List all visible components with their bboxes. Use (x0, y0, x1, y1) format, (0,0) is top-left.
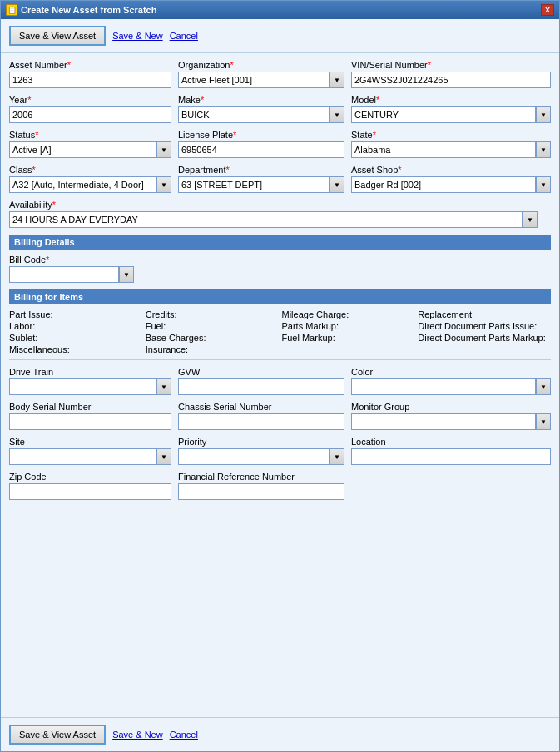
cancel-button-bottom[interactable]: Cancel (170, 730, 198, 740)
row-site: Site ▼ Priority ▼ Location (9, 437, 551, 465)
state-select-wrapper: ▼ (351, 141, 551, 158)
class-dropdown-btn[interactable]: ▼ (156, 176, 171, 193)
asset-shop-input[interactable] (351, 176, 536, 193)
department-dropdown-btn[interactable]: ▼ (330, 176, 344, 193)
billing-replacement: Replacement: (418, 309, 551, 319)
location-label: Location (351, 437, 551, 447)
monitor-group-input[interactable] (351, 413, 536, 430)
location-input[interactable] (351, 448, 551, 465)
asset-number-field: Asset Number* (9, 60, 171, 88)
department-input[interactable] (178, 176, 330, 193)
asset-number-label: Asset Number* (9, 60, 171, 70)
site-input[interactable] (9, 448, 156, 465)
bill-code-dropdown-btn[interactable]: ▼ (119, 266, 134, 283)
billing-base-charges: Base Charges: (146, 333, 279, 343)
asset-number-input[interactable] (9, 72, 171, 88)
state-input[interactable] (351, 141, 536, 158)
monitor-group-field: Monitor Group ▼ (351, 402, 551, 430)
asset-shop-label: Asset Shop* (351, 165, 551, 175)
row-drive: Drive Train ▼ GVW Color ▼ (9, 367, 551, 395)
license-input[interactable] (178, 141, 344, 158)
site-dropdown-btn[interactable]: ▼ (156, 448, 171, 465)
financial-ref-input[interactable] (178, 483, 344, 500)
zip-code-label: Zip Code (9, 472, 171, 482)
billing-empty1 (282, 344, 415, 354)
make-dropdown-btn[interactable]: ▼ (330, 106, 344, 123)
license-field: License Plate* (178, 130, 344, 158)
organization-dropdown-btn[interactable]: ▼ (330, 72, 344, 88)
make-input[interactable] (178, 106, 330, 123)
row-2: Year* Make* ▼ Model* ▼ (9, 95, 551, 123)
row-1: Asset Number* Organization* ▼ VIN/Serial… (9, 60, 551, 88)
location-field: Location (351, 437, 551, 465)
status-label: Status* (9, 130, 171, 140)
billing-insurance: Insurance: (146, 344, 279, 354)
make-field: Make* ▼ (178, 95, 344, 123)
drive-train-field: Drive Train ▼ (9, 367, 171, 395)
class-select-wrapper: ▼ (9, 176, 171, 193)
state-field: State* ▼ (351, 130, 551, 158)
cancel-button-top[interactable]: Cancel (170, 31, 198, 41)
billing-direct-doc-parts-issue: Direct Document Parts Issue: (418, 321, 551, 331)
bill-code-row: Bill Code* ▼ (9, 255, 551, 283)
form-content: Asset Number* Organization* ▼ VIN/Serial… (1, 53, 559, 717)
main-window: 📋 Create New Asset from Scratch X Save &… (0, 0, 560, 752)
class-field: Class* ▼ (9, 165, 171, 193)
department-select-wrapper: ▼ (178, 176, 344, 193)
body-serial-input[interactable] (9, 413, 171, 430)
availability-dropdown-btn[interactable]: ▼ (523, 211, 538, 228)
vin-field: VIN/Serial Number* (351, 60, 551, 88)
organization-label: Organization* (178, 60, 344, 70)
make-select-wrapper: ▼ (178, 106, 344, 123)
gvw-input[interactable] (178, 378, 344, 395)
billing-mileage: Mileage Charge: (282, 309, 415, 319)
save-new-button[interactable]: Save & New (112, 31, 163, 41)
priority-field: Priority ▼ (178, 437, 344, 465)
zip-code-input[interactable] (9, 483, 171, 500)
save-view-button-bottom[interactable]: Save & View Asset (9, 725, 106, 745)
bill-code-field: Bill Code* ▼ (9, 255, 134, 283)
color-field: Color ▼ (351, 367, 551, 395)
bill-code-input[interactable] (9, 266, 119, 283)
bill-code-label: Bill Code* (9, 255, 134, 265)
year-input[interactable] (9, 106, 171, 123)
make-label: Make* (178, 95, 344, 105)
color-input[interactable] (351, 378, 536, 395)
class-input[interactable] (9, 176, 156, 193)
availability-field: Availability* ▼ (9, 200, 538, 228)
priority-input[interactable] (178, 448, 330, 465)
monitor-group-select-wrapper: ▼ (351, 413, 551, 430)
save-new-button-bottom[interactable]: Save & New (112, 730, 163, 740)
state-dropdown-btn[interactable]: ▼ (536, 141, 551, 158)
billing-empty2 (418, 344, 551, 354)
close-button[interactable]: X (541, 4, 554, 16)
save-view-button[interactable]: Save & View Asset (9, 26, 106, 46)
priority-dropdown-btn[interactable]: ▼ (330, 448, 344, 465)
monitor-group-dropdown-btn[interactable]: ▼ (536, 413, 551, 430)
row-4: Class* ▼ Department* ▼ Asset Shop* (9, 165, 551, 193)
organization-input[interactable] (178, 72, 330, 88)
status-input[interactable] (9, 141, 156, 158)
billing-items-header: Billing for Items (9, 289, 551, 304)
color-label: Color (351, 367, 551, 377)
availability-input[interactable] (9, 211, 523, 228)
organization-select-wrapper: ▼ (178, 72, 344, 88)
billing-items-grid: Part Issue: Credits: Mileage Charge: Rep… (9, 309, 551, 360)
chassis-serial-input[interactable] (178, 413, 344, 430)
year-label: Year* (9, 95, 171, 105)
site-select-wrapper: ▼ (9, 448, 171, 465)
vin-input[interactable] (351, 72, 551, 88)
status-field: Status* ▼ (9, 130, 171, 158)
color-dropdown-btn[interactable]: ▼ (536, 378, 551, 395)
model-input[interactable] (351, 106, 536, 123)
drive-train-input[interactable] (9, 378, 156, 395)
license-label: License Plate* (178, 130, 344, 140)
site-label: Site (9, 437, 171, 447)
asset-shop-dropdown-btn[interactable]: ▼ (536, 176, 551, 193)
billing-parts-markup: Parts Markup: (282, 321, 415, 331)
drive-train-dropdown-btn[interactable]: ▼ (156, 378, 171, 395)
model-dropdown-btn[interactable]: ▼ (536, 106, 551, 123)
chassis-serial-field: Chassis Serial Number (178, 402, 344, 430)
status-dropdown-btn[interactable]: ▼ (156, 141, 171, 158)
priority-select-wrapper: ▼ (178, 448, 344, 465)
